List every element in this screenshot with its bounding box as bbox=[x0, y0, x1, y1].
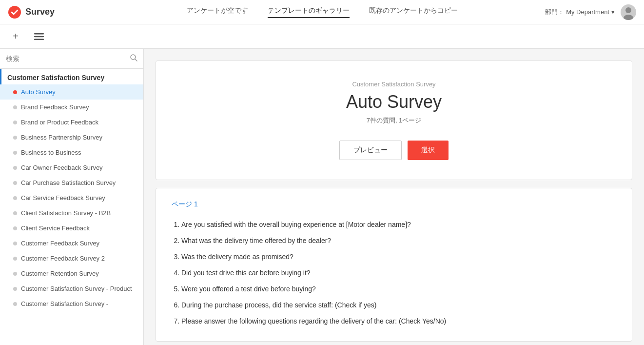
sidebar-dot bbox=[13, 272, 17, 276]
sidebar-dot bbox=[13, 302, 17, 306]
sidebar-item-auto-survey[interactable]: Auto Survey bbox=[0, 84, 143, 100]
add-button[interactable]: + bbox=[8, 29, 23, 44]
question-item: Did you test drive this car before buyin… bbox=[181, 265, 616, 281]
question-item: Were you offered a test drive before buy… bbox=[181, 281, 616, 297]
sidebar-group-header: Customer Satisfaction Survey bbox=[0, 69, 143, 84]
sidebar-item-label: Client Service Feedback bbox=[21, 224, 90, 232]
sidebar-item-label: Client Satisfaction Survey - B2B bbox=[21, 209, 111, 217]
main-layout: Customer Satisfaction Survey Auto Survey… bbox=[0, 49, 644, 345]
sidebar-item-car-purchase[interactable]: Car Purchase Satisfaction Survey bbox=[0, 175, 143, 190]
logo-text: Survey bbox=[25, 7, 55, 17]
question-item: What was the delivery time offered by th… bbox=[181, 233, 616, 249]
sidebar-item-label: Customer Feedback Survey bbox=[21, 240, 99, 247]
logo-icon bbox=[8, 5, 21, 19]
sidebar-dot bbox=[13, 105, 17, 109]
tab-gallery[interactable]: テンプレートのギャラリー bbox=[268, 6, 350, 18]
sidebar-dot bbox=[13, 196, 17, 200]
sidebar-item-label: Customer Feedback Survey 2 bbox=[21, 255, 105, 262]
sidebar-dot bbox=[13, 136, 17, 140]
sidebar-item-client-service[interactable]: Client Service Feedback bbox=[0, 221, 143, 236]
sidebar-item-business-partnership[interactable]: Business Partnership Survey bbox=[0, 130, 143, 145]
header: Survey アンケートが空です テンプレートのギャラリー 既存のアンケートから… bbox=[0, 0, 644, 24]
search-input[interactable] bbox=[6, 55, 130, 62]
sidebar-item-label: Business Partnership Survey bbox=[21, 134, 102, 141]
question-item: During the purchase process, did the ser… bbox=[181, 297, 616, 313]
chevron-down-icon: ▾ bbox=[611, 8, 615, 16]
sidebar-item-label: Car Service Feedback Survey bbox=[21, 194, 105, 202]
svg-rect-5 bbox=[34, 39, 44, 40]
preview-card: Customer Satisfaction Survey Auto Survey… bbox=[156, 61, 632, 180]
sidebar-item-label: Brand Feedback Survey bbox=[21, 103, 89, 111]
avatar[interactable] bbox=[621, 4, 636, 20]
sidebar-dot bbox=[13, 211, 17, 215]
tab-copy[interactable]: 既存のアンケートからコピー bbox=[369, 6, 458, 18]
dept-name: My Department bbox=[566, 8, 609, 16]
svg-point-0 bbox=[8, 6, 21, 19]
header-right: 部門： My Department ▾ bbox=[545, 4, 636, 20]
question-item: Are you satisfied with the overall buyin… bbox=[181, 217, 616, 233]
sidebar-item-label: Auto Survey bbox=[21, 88, 56, 96]
svg-line-7 bbox=[135, 59, 137, 61]
preview-meta: 7件の質問, 1ページ bbox=[168, 116, 620, 125]
questions-list: Are you satisfied with the overall buyin… bbox=[172, 217, 616, 329]
preview-buttons: プレビュー 選択 bbox=[168, 141, 620, 160]
sidebar-item-car-service[interactable]: Car Service Feedback Survey bbox=[0, 190, 143, 205]
sidebar-item-label: Customer Satisfaction Survey - bbox=[21, 300, 108, 307]
sidebar-dot bbox=[13, 242, 17, 245]
sidebar-item-customer-retention[interactable]: Customer Retention Survey bbox=[0, 266, 143, 281]
preview-title: Auto Survey bbox=[168, 92, 620, 112]
sidebar-item-client-satisfaction-b2b[interactable]: Client Satisfaction Survey - B2B bbox=[0, 205, 143, 221]
header-tabs: アンケートが空です テンプレートのギャラリー 既存のアンケートからコピー bbox=[187, 6, 458, 18]
dept-label: 部門： bbox=[545, 8, 564, 17]
toolbar: + bbox=[0, 24, 644, 49]
sidebar-dot bbox=[13, 90, 17, 94]
sidebar-item-label: Brand or Product Feedback bbox=[21, 119, 98, 126]
sidebar-dot bbox=[13, 226, 17, 230]
sidebar-dot bbox=[13, 257, 17, 261]
select-button[interactable]: 選択 bbox=[408, 141, 449, 160]
question-item: Was the delivery made as promised? bbox=[181, 249, 616, 265]
sidebar-item-label: Customer Satisfaction Survey - Product bbox=[21, 285, 132, 292]
sidebar-item-customer-satisfaction-2[interactable]: Customer Satisfaction Survey - bbox=[0, 296, 143, 311]
preview-button[interactable]: プレビュー bbox=[339, 141, 402, 160]
department-selector[interactable]: 部門： My Department ▾ bbox=[545, 8, 615, 17]
sidebar-dot bbox=[13, 166, 17, 170]
sidebar-list: Customer Satisfaction Survey Auto Survey… bbox=[0, 69, 143, 345]
preview-category: Customer Satisfaction Survey bbox=[168, 81, 620, 88]
sidebar-item-business-to-business[interactable]: Business to Business bbox=[0, 145, 143, 160]
sidebar-item-brand-product[interactable]: Brand or Product Feedback bbox=[0, 115, 143, 130]
sidebar-dot bbox=[13, 287, 17, 291]
sidebar-item-customer-feedback-2[interactable]: Customer Feedback Survey 2 bbox=[0, 251, 143, 266]
sidebar-item-label: Car Purchase Satisfaction Survey bbox=[21, 179, 116, 186]
sidebar-item-brand-feedback[interactable]: Brand Feedback Survey bbox=[0, 100, 143, 115]
sidebar-dot bbox=[13, 121, 17, 124]
search-bar bbox=[0, 49, 143, 69]
sidebar: Customer Satisfaction Survey Auto Survey… bbox=[0, 49, 144, 345]
page-label: ページ 1 bbox=[172, 200, 616, 209]
sidebar-item-label: Customer Retention Survey bbox=[21, 270, 99, 277]
search-icon bbox=[130, 54, 137, 63]
svg-rect-3 bbox=[34, 33, 44, 35]
sidebar-item-customer-feedback[interactable]: Customer Feedback Survey bbox=[0, 236, 143, 251]
menu-button[interactable] bbox=[31, 29, 47, 44]
sidebar-item-label: Car Owner Feedback Survey bbox=[21, 164, 103, 171]
svg-point-1 bbox=[625, 7, 631, 13]
tab-empty[interactable]: アンケートが空です bbox=[187, 6, 248, 18]
questions-card: ページ 1 Are you satisfied with the overall… bbox=[156, 188, 632, 342]
svg-rect-4 bbox=[34, 36, 44, 37]
svg-point-2 bbox=[624, 15, 633, 20]
logo: Survey bbox=[8, 5, 55, 19]
content-area: Customer Satisfaction Survey Auto Survey… bbox=[144, 49, 644, 345]
sidebar-dot bbox=[13, 181, 17, 185]
sidebar-item-customer-satisfaction-product[interactable]: Customer Satisfaction Survey - Product bbox=[0, 281, 143, 296]
question-item: Please answer the following questions re… bbox=[181, 313, 616, 329]
sidebar-item-car-owner[interactable]: Car Owner Feedback Survey bbox=[0, 160, 143, 175]
sidebar-item-label: Business to Business bbox=[21, 149, 81, 156]
sidebar-dot bbox=[13, 151, 17, 155]
